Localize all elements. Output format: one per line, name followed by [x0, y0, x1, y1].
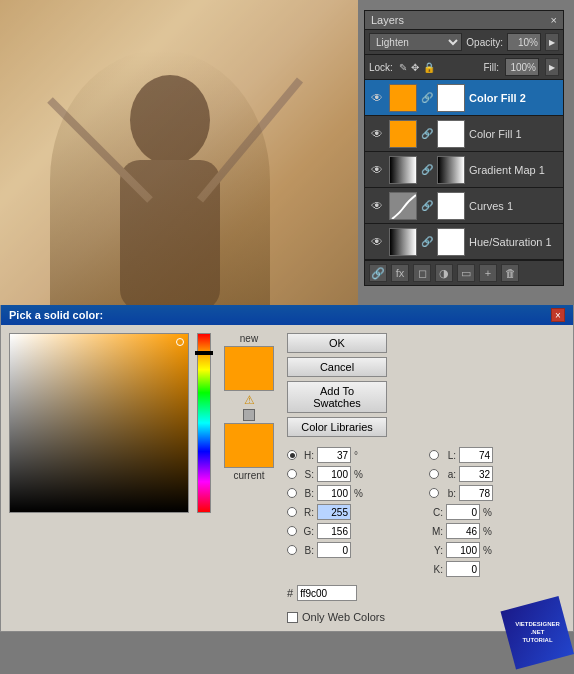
layers-title: Layers — [371, 14, 404, 26]
fill-arrow[interactable]: ▶ — [545, 58, 559, 76]
c-unit: % — [483, 507, 492, 518]
layer-row-gradient-map[interactable]: 👁 🔗 Gradient Map 1 — [365, 152, 563, 188]
h-radio[interactable] — [287, 450, 297, 460]
l-radio[interactable] — [429, 450, 439, 460]
new-swatch — [224, 346, 274, 391]
visibility-icon-2[interactable]: 👁 — [369, 162, 385, 178]
lock-position-icon[interactable]: ✥ — [411, 62, 419, 73]
m-input[interactable] — [446, 523, 480, 539]
hex-hash-label: # — [287, 587, 293, 599]
fx-btn[interactable]: fx — [391, 264, 409, 282]
g-input[interactable] — [317, 523, 351, 539]
layers-toolbar: 🔗 fx ◻ ◑ ▭ + 🗑 — [365, 260, 563, 285]
new-layer-btn[interactable]: + — [479, 264, 497, 282]
layer-thumb-4 — [389, 228, 417, 256]
dialog-close-btn[interactable]: × — [551, 308, 565, 322]
lock-pixels-icon[interactable]: ✎ — [399, 62, 407, 73]
opacity-label: Opacity: — [466, 37, 503, 48]
r-radio[interactable] — [287, 507, 297, 517]
bstar-label: b: — [442, 488, 456, 499]
fill-input[interactable] — [505, 58, 539, 76]
adjustment-btn[interactable]: ◑ — [435, 264, 453, 282]
only-web-colors-label: Only Web Colors — [302, 611, 385, 623]
h-input-row: H: ° — [287, 447, 423, 463]
g-input-row: G: — [287, 523, 423, 539]
group-btn[interactable]: ▭ — [457, 264, 475, 282]
y-input[interactable] — [446, 542, 480, 558]
layers-title-bar: Layers × — [365, 11, 563, 30]
layer-row-color-fill-2[interactable]: 👁 🔗 Color Fill 2 — [365, 80, 563, 116]
photo-area — [0, 0, 358, 310]
s-input[interactable] — [317, 466, 351, 482]
color-libraries-button[interactable]: Color Libraries — [287, 417, 387, 437]
chain-icon-4: 🔗 — [421, 236, 433, 247]
add-to-swatches-button[interactable]: Add To Swatches — [287, 381, 387, 413]
r-input[interactable] — [317, 504, 351, 520]
layers-close-btn[interactable]: × — [551, 14, 557, 26]
layer-mask-0 — [437, 84, 465, 112]
layer-name-3: Curves 1 — [469, 200, 559, 212]
s-input-row: S: % — [287, 466, 423, 482]
layer-thumb-0 — [389, 84, 417, 112]
spectrum-bar[interactable] — [197, 333, 211, 513]
layer-row-curves[interactable]: 👁 🔗 Curves 1 — [365, 188, 563, 224]
layer-thumb-1 — [389, 120, 417, 148]
hex-row: # — [287, 585, 565, 601]
r-label: R: — [300, 507, 314, 518]
layer-mask-4 — [437, 228, 465, 256]
layers-controls: Lighten Opacity: ▶ — [365, 30, 563, 55]
layer-row-hue-saturation[interactable]: 👁 🔗 Hue/Saturation 1 — [365, 224, 563, 260]
k-input[interactable] — [446, 561, 480, 577]
visibility-icon-0[interactable]: 👁 — [369, 90, 385, 106]
web-color-cube-icon[interactable] — [243, 409, 255, 421]
chain-icon-0: 🔗 — [421, 92, 433, 103]
opacity-arrow[interactable]: ▶ — [545, 33, 559, 51]
link-layers-btn[interactable]: 🔗 — [369, 264, 387, 282]
bstar-input[interactable] — [459, 485, 493, 501]
visibility-icon-4[interactable]: 👁 — [369, 234, 385, 250]
color-square[interactable] — [9, 333, 189, 513]
mask-btn[interactable]: ◻ — [413, 264, 431, 282]
blend-mode-select[interactable]: Lighten — [369, 33, 462, 51]
only-web-colors-checkbox[interactable] — [287, 612, 298, 623]
b-label: B: — [300, 488, 314, 499]
gamut-warning-icon[interactable]: ⚠ — [242, 393, 256, 407]
chain-icon-2: 🔗 — [421, 164, 433, 175]
cancel-button[interactable]: Cancel — [287, 357, 387, 377]
l-input[interactable] — [459, 447, 493, 463]
chain-icon-3: 🔗 — [421, 200, 433, 211]
dialog-title-bar: Pick a solid color: × — [1, 305, 573, 325]
bstar-radio[interactable] — [429, 488, 439, 498]
a-input[interactable] — [459, 466, 493, 482]
layer-mask-3 — [437, 192, 465, 220]
a-label: a: — [442, 469, 456, 480]
b-radio[interactable] — [287, 488, 297, 498]
h-input[interactable] — [317, 447, 351, 463]
ok-button[interactable]: OK — [287, 333, 387, 353]
color-picker-dialog: Pick a solid color: × new ⚠ current — [0, 305, 574, 632]
layer-row-color-fill-1[interactable]: 👁 🔗 Color Fill 1 — [365, 116, 563, 152]
blue-radio[interactable] — [287, 545, 297, 555]
g-radio[interactable] — [287, 526, 297, 536]
s-radio[interactable] — [287, 469, 297, 479]
lock-all-icon[interactable]: 🔒 — [423, 62, 435, 73]
opacity-input[interactable] — [507, 33, 541, 51]
m-label: M: — [429, 526, 443, 537]
s-label: S: — [300, 469, 314, 480]
dialog-buttons: OK Cancel Add To Swatches Color Librarie… — [287, 333, 565, 437]
visibility-icon-3[interactable]: 👁 — [369, 198, 385, 214]
c-input[interactable] — [446, 504, 480, 520]
visibility-icon-1[interactable]: 👁 — [369, 126, 385, 142]
b-input[interactable] — [317, 485, 351, 501]
blue-input[interactable] — [317, 542, 351, 558]
layer-mask-2 — [437, 156, 465, 184]
delete-layer-btn[interactable]: 🗑 — [501, 264, 519, 282]
k-label: K: — [429, 564, 443, 575]
blue-input-row: B: — [287, 542, 423, 558]
fill-label: Fill: — [483, 62, 499, 73]
m-input-row: M: % — [429, 523, 565, 539]
watermark-text: VIETDESIGNER.NETTUTORIAL — [515, 621, 560, 644]
a-radio[interactable] — [429, 469, 439, 479]
hex-input[interactable] — [297, 585, 357, 601]
y-unit: % — [483, 545, 492, 556]
